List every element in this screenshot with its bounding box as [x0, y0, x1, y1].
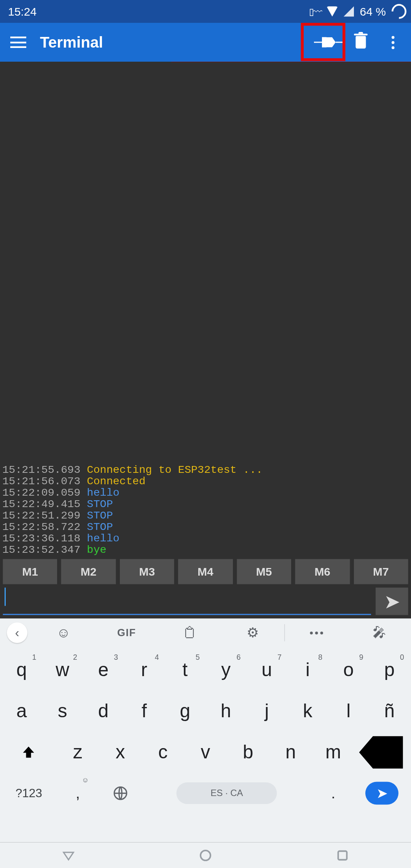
log-line: 15:21:55.693 Connecting to ESP32test ... — [2, 464, 409, 476]
key-m[interactable]: m — [312, 732, 355, 773]
key-y[interactable]: 6y — [206, 649, 246, 691]
key-u[interactable]: 7u — [246, 649, 287, 691]
input-row: ➤ — [0, 587, 411, 619]
log-timestamp: 15:22:58.722 — [2, 521, 87, 533]
macro-row: M1M2M3M4M5M6M7 — [0, 557, 411, 587]
battery-ring-icon — [389, 1, 409, 22]
more-horiz-icon — [310, 631, 323, 634]
keyboard-collapse-button[interactable]: ‹ — [7, 622, 27, 643]
voice-input-button[interactable]: 🎤︎ — [348, 625, 411, 641]
space-key[interactable]: ES · CA — [142, 773, 312, 814]
log-timestamp: 15:23:52.347 — [2, 544, 87, 556]
gear-icon: ⚙ — [247, 625, 259, 641]
log-message: hello — [87, 532, 119, 545]
clipboard-button[interactable]: 📋︎ — [158, 625, 221, 641]
key-a[interactable]: a — [1, 691, 42, 732]
backspace-key[interactable] — [355, 732, 410, 773]
status-time: 15:24 — [5, 5, 37, 18]
key-p[interactable]: 0p — [369, 649, 410, 691]
macro-button-m3[interactable]: M3 — [120, 559, 174, 584]
svg-point-1 — [201, 850, 210, 860]
gif-button[interactable]: GIF — [95, 627, 158, 639]
nav-home-button[interactable] — [198, 848, 213, 863]
send-button[interactable]: ➤ — [376, 588, 408, 615]
log-line: 15:22:58.722 STOP — [2, 522, 409, 533]
log-line: 15:22:09.059 hello — [2, 487, 409, 499]
wifi-icon — [327, 6, 338, 17]
log-message: hello — [87, 487, 119, 499]
svg-rect-2 — [338, 851, 347, 860]
symbols-key[interactable]: ?123 — [1, 773, 56, 814]
sticker-button[interactable]: ☺︎ — [32, 625, 95, 641]
key-k[interactable]: k — [287, 691, 328, 732]
key-x[interactable]: x — [99, 732, 142, 773]
log-message: Connected — [87, 475, 145, 488]
keyboard-settings-button[interactable]: ⚙ — [221, 625, 284, 641]
nav-back-button[interactable] — [61, 848, 76, 863]
sticker-icon: ☺︎ — [56, 625, 70, 641]
macro-button-m4[interactable]: M4 — [178, 559, 233, 584]
log-line: 15:22:51.299 STOP — [2, 510, 409, 522]
key-r[interactable]: 4r — [124, 649, 164, 691]
globe-icon — [113, 786, 128, 801]
key-j[interactable]: j — [246, 691, 287, 732]
terminal-output[interactable]: 15:21:55.693 Connecting to ESP32test ...… — [0, 62, 411, 557]
key-c[interactable]: c — [142, 732, 184, 773]
chevron-left-icon: ‹ — [15, 625, 19, 640]
language-key[interactable] — [99, 773, 142, 814]
battery-level: 64 % — [360, 5, 386, 18]
macro-button-m2[interactable]: M2 — [61, 559, 116, 584]
log-line: 15:23:52.347 bye — [2, 544, 409, 556]
log-message: STOP — [87, 521, 113, 533]
menu-button[interactable] — [2, 26, 34, 58]
log-timestamp: 15:22:51.299 — [2, 509, 87, 522]
hamburger-icon — [10, 37, 26, 48]
plug-connect-icon — [314, 37, 344, 48]
app-title: Terminal — [34, 34, 313, 51]
enter-key[interactable]: ➤ — [355, 773, 410, 814]
key-z[interactable]: z — [56, 732, 99, 773]
comma-key[interactable]: ☺ , — [56, 773, 99, 814]
key-d[interactable]: d — [83, 691, 124, 732]
key-b[interactable]: b — [227, 732, 269, 773]
gif-icon: GIF — [117, 627, 136, 639]
key-s[interactable]: s — [42, 691, 83, 732]
key-q[interactable]: 1q — [1, 649, 42, 691]
clear-button[interactable] — [345, 26, 377, 58]
key-g[interactable]: g — [165, 691, 206, 732]
vibrate-icon: ▯〰 — [309, 6, 321, 17]
key-t[interactable]: 5t — [165, 649, 206, 691]
macro-button-m6[interactable]: M6 — [295, 559, 350, 584]
keyboard-more-button[interactable] — [285, 631, 348, 634]
key-w[interactable]: 2w — [42, 649, 83, 691]
app-bar: Terminal — [0, 23, 411, 62]
key-h[interactable]: h — [206, 691, 246, 732]
send-icon: ➤ — [376, 785, 388, 801]
log-line: 15:23:36.118 hello — [2, 533, 409, 544]
log-timestamp: 15:21:55.693 — [2, 464, 87, 476]
microphone-icon: 🎤︎ — [373, 625, 386, 641]
log-timestamp: 15:23:36.118 — [2, 532, 87, 545]
key-f[interactable]: f — [124, 691, 164, 732]
macro-button-m7[interactable]: M7 — [354, 559, 408, 584]
key-e[interactable]: 3e — [83, 649, 124, 691]
log-timestamp: 15:21:56.073 — [2, 475, 87, 488]
log-line: 15:21:56.073 Connected — [2, 476, 409, 487]
command-input[interactable] — [3, 588, 371, 615]
cell-signal-icon — [344, 6, 354, 17]
log-message: Connecting to ESP32test ... — [87, 464, 263, 476]
key-n[interactable]: n — [269, 732, 312, 773]
key-v[interactable]: v — [184, 732, 227, 773]
log-timestamp: 15:22:49.415 — [2, 498, 87, 511]
shift-key[interactable] — [1, 732, 56, 773]
nav-recent-button[interactable] — [335, 848, 350, 863]
period-key[interactable]: . — [312, 773, 355, 814]
macro-button-m1[interactable]: M1 — [3, 559, 57, 584]
connect-button[interactable] — [313, 26, 345, 58]
backspace-icon — [355, 724, 410, 780]
macro-button-m5[interactable]: M5 — [237, 559, 291, 584]
key-o[interactable]: 9o — [328, 649, 369, 691]
overflow-button[interactable] — [377, 26, 409, 58]
send-icon: ➤ — [384, 590, 400, 613]
key-i[interactable]: 8i — [287, 649, 328, 691]
